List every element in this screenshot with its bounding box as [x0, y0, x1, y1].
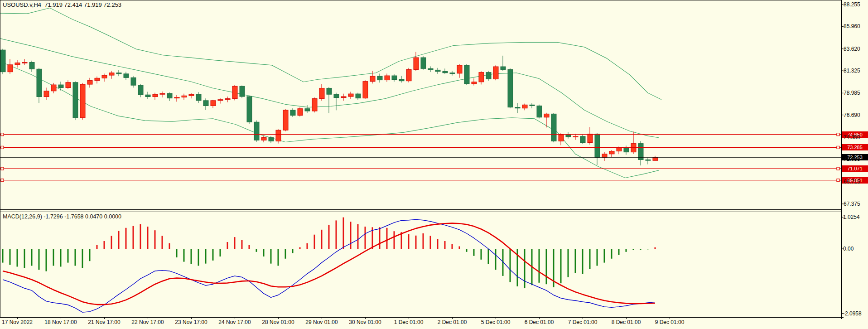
- bull-candle-body: [232, 86, 237, 98]
- bull-candle-body: [414, 58, 419, 69]
- bull-candle-body: [66, 82, 71, 88]
- bull-candle-body: [544, 114, 549, 117]
- macd-axis-label: -2.0958: [843, 310, 862, 317]
- bear-candle-body: [501, 67, 506, 69]
- hline-price-badge: 71.071: [842, 165, 868, 172]
- line-drag-handle[interactable]: [837, 179, 839, 182]
- bull-candle-body: [44, 91, 49, 97]
- bull-candle-body: [174, 97, 179, 98]
- bull-candle-body: [51, 85, 56, 91]
- line-drag-handle[interactable]: [1, 133, 4, 136]
- bull-candle-body: [363, 82, 368, 98]
- bull-candle-body: [653, 157, 658, 160]
- bull-candle-body: [276, 130, 281, 141]
- bear-candle-body: [580, 136, 585, 143]
- chart-canvas[interactable]: [0, 0, 868, 329]
- time-axis-label: 21 Nov 17:00: [79, 319, 129, 325]
- bull-candle-body: [493, 67, 498, 79]
- bull-candle-body: [341, 97, 346, 98]
- bull-candle-body: [588, 134, 593, 143]
- bear-candle-body: [327, 88, 332, 94]
- bear-candle-body: [377, 76, 382, 80]
- macd-axis-label: 1.0254: [843, 214, 860, 220]
- bollinger-upper-band: [0, 8, 661, 99]
- time-axis-label: 2 Dec 01:00: [427, 319, 477, 325]
- time-axis-label: 8 Dec 01:00: [601, 319, 651, 325]
- line-drag-handle[interactable]: [1, 146, 4, 149]
- bull-candle-body: [225, 99, 230, 100]
- bear-candle-body: [530, 105, 535, 106]
- time-axis-label: 23 Nov 17:00: [166, 319, 216, 325]
- bear-candle-body: [247, 97, 252, 122]
- bull-candle-body: [283, 110, 288, 130]
- macd-axis-label: 0.00: [843, 246, 854, 252]
- price-axis-label: 72.055: [844, 156, 860, 162]
- bear-candle-body: [595, 134, 600, 158]
- time-axis-label: 29 Nov 01:00: [297, 319, 347, 325]
- bull-candle-body: [617, 148, 622, 151]
- bear-candle-body: [116, 73, 121, 74]
- bull-candle-body: [319, 88, 324, 98]
- bear-candle-body: [624, 148, 629, 152]
- price-axis-label: 76.690: [844, 112, 860, 118]
- time-axis-label: 5 Dec 01:00: [471, 319, 521, 325]
- bear-candle-body: [124, 74, 129, 77]
- bull-candle-body: [211, 101, 216, 106]
- price-axis-label: 67.375: [844, 201, 860, 207]
- bear-candle-body: [515, 107, 520, 108]
- macd-indicator-label: MACD(12,26,9) -1.7296 -1.7658 0.0470 0.0…: [3, 213, 121, 220]
- bear-candle-body: [443, 72, 448, 73]
- line-drag-handle[interactable]: [1, 179, 4, 182]
- bull-candle-body: [109, 73, 114, 75]
- bull-candle-body: [602, 154, 607, 157]
- time-axis-label: 18 Nov 17:00: [36, 319, 86, 325]
- bear-candle-body: [508, 69, 513, 107]
- bear-candle-body: [428, 68, 433, 70]
- line-drag-handle[interactable]: [837, 146, 839, 149]
- bull-candle-body: [102, 75, 107, 78]
- price-axis-label: 88.255: [844, 1, 860, 8]
- bear-candle-body: [29, 63, 34, 69]
- time-axis-label: 9 Dec 01:00: [645, 319, 694, 325]
- bull-candle-body: [95, 78, 100, 80]
- bull-candle-body: [348, 94, 353, 97]
- price-axis-label: 74.350: [844, 134, 860, 140]
- chart-title-ohlc: USOUSD.v,H4 71.919 72.414 71.919 72.253: [3, 1, 121, 8]
- bull-candle-body: [218, 100, 223, 101]
- line-drag-handle[interactable]: [837, 167, 839, 170]
- bull-candle-body: [559, 135, 564, 141]
- trading-terminal-chart-window: USOUSD.v,H4 71.919 72.414 71.919 72.253 …: [0, 0, 868, 329]
- bear-candle-body: [269, 138, 274, 141]
- time-axis-label: 22 Nov 17:00: [123, 319, 173, 325]
- bear-candle-body: [145, 95, 150, 97]
- time-axis-label: 6 Dec 01:00: [514, 319, 564, 325]
- bear-candle-body: [551, 114, 556, 141]
- line-drag-handle[interactable]: [837, 133, 839, 136]
- bear-candle-body: [73, 82, 78, 118]
- bear-candle-body: [196, 94, 201, 101]
- bear-candle-body: [646, 160, 651, 160]
- bear-candle-body: [138, 85, 143, 95]
- bull-candle-body: [261, 138, 266, 140]
- bear-candle-body: [290, 110, 295, 116]
- bear-candle-body: [435, 70, 440, 71]
- bull-candle-body: [479, 73, 484, 82]
- bull-candle-body: [370, 76, 375, 82]
- time-axis-label: 24 Nov 17:00: [210, 319, 260, 325]
- bear-candle-body: [537, 106, 542, 117]
- bear-candle-body: [334, 94, 339, 97]
- bull-candle-body: [153, 94, 158, 97]
- bull-candle-body: [22, 63, 27, 63]
- bull-candle-body: [8, 65, 13, 72]
- bull-candle-body: [312, 99, 317, 111]
- bear-candle-body: [203, 101, 208, 106]
- bear-candle-body: [131, 77, 136, 85]
- bear-candle-body: [240, 86, 245, 97]
- bull-candle-body: [298, 109, 303, 116]
- price-axis-label: 83.620: [844, 46, 860, 52]
- bear-candle-body: [392, 76, 397, 79]
- line-drag-handle[interactable]: [1, 167, 4, 170]
- bear-candle-body: [450, 73, 455, 74]
- bull-candle-body: [472, 82, 477, 84]
- bull-candle-body: [87, 81, 92, 84]
